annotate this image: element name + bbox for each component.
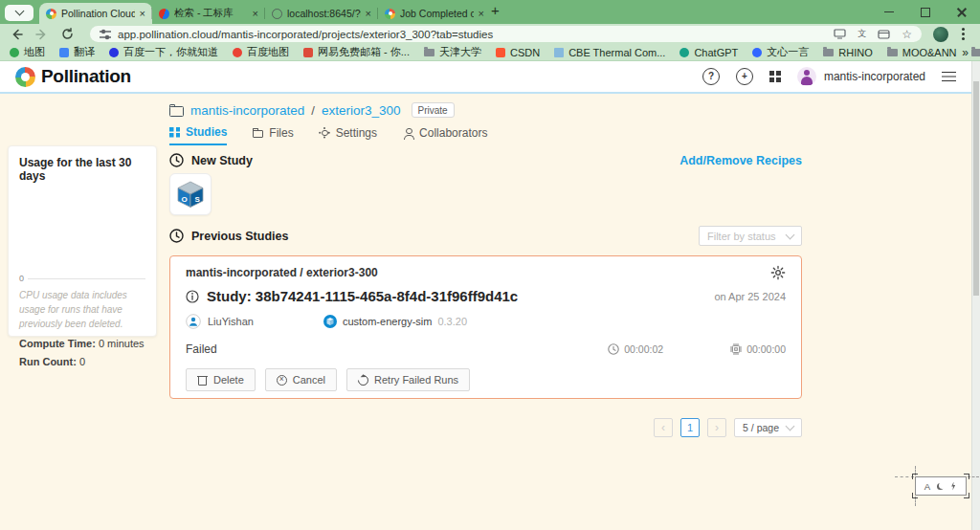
- study-action-button[interactable]: Cancel: [265, 368, 337, 391]
- crop-handle[interactable]: [964, 493, 969, 498]
- bookmark-item[interactable]: RHINO: [823, 47, 872, 58]
- apps-grid-icon[interactable]: [769, 71, 781, 82]
- app-header: Pollination ? + mantis-incorporated: [0, 61, 971, 94]
- create-button[interactable]: +: [736, 68, 753, 85]
- prev-page-button[interactable]: ‹: [654, 418, 673, 437]
- study-action-button[interactable]: Delete: [186, 368, 256, 391]
- address-bar[interactable]: app.pollination.cloud/mantis-incorporate…: [90, 26, 922, 42]
- study-action-button[interactable]: Retry Failed Runs: [346, 368, 470, 391]
- bookmark-label: 地图: [24, 45, 45, 59]
- pollination-logo[interactable]: Pollination: [15, 66, 131, 87]
- hamburger-menu-icon[interactable]: [942, 72, 956, 82]
- browser-tab[interactable]: Pollination Cloud App ×: [39, 3, 152, 24]
- bookmark-item[interactable]: 翻译: [59, 45, 95, 59]
- crop-handle[interactable]: [964, 474, 969, 479]
- filter-by-status-select[interactable]: Filter by status: [699, 226, 802, 246]
- next-page-button[interactable]: ›: [707, 418, 726, 437]
- project-tab-icon: [253, 130, 263, 138]
- bookmark-item[interactable]: 网易免费邮箱 - 你...: [303, 45, 410, 59]
- new-study-label: New Study: [191, 154, 253, 167]
- reload-button[interactable]: [61, 28, 74, 40]
- url-text[interactable]: app.pollination.cloud/mantis-incorporate…: [118, 29, 493, 40]
- gear-icon[interactable]: [770, 265, 786, 280]
- overlay-toolbar[interactable]: A: [915, 476, 967, 496]
- account-name[interactable]: mantis-incorporated: [824, 70, 925, 83]
- bookmark-item[interactable]: ChatGPT: [679, 47, 738, 58]
- tab-close-icon[interactable]: ×: [140, 9, 145, 19]
- window-controls: [871, 0, 980, 24]
- text-tool-button[interactable]: A: [924, 481, 930, 492]
- bookmark-item[interactable]: 文心一言: [752, 45, 809, 59]
- address-bar-actions: 文 ☆: [834, 29, 912, 40]
- tab-list-chevron-button[interactable]: [5, 5, 33, 21]
- bookmark-item[interactable]: 天津大学: [424, 45, 481, 59]
- chevron-down-icon: [14, 7, 24, 16]
- close-button[interactable]: [944, 0, 980, 24]
- cpu-chip-icon: [730, 343, 742, 355]
- translate-icon[interactable]: 文: [858, 30, 866, 38]
- study-card[interactable]: mantis-incorporated / exterior3-300 Stud…: [169, 255, 802, 399]
- bookmark-label: RHINO: [838, 47, 872, 58]
- browser-tab[interactable]: Job Completed on Pollinatio... ×: [378, 3, 491, 24]
- crop-handle[interactable]: [912, 493, 918, 498]
- bookmark-item[interactable]: CSDN: [496, 47, 540, 58]
- tab-close-icon[interactable]: ×: [253, 9, 258, 19]
- breadcrumb-project-link[interactable]: exterior3_300: [322, 103, 401, 118]
- browser-profile-avatar[interactable]: [933, 27, 948, 42]
- page-1-button[interactable]: 1: [680, 418, 700, 437]
- maximize-icon: [921, 8, 930, 17]
- compute-time-stat: Compute Time: 0 minutes: [19, 338, 145, 349]
- add-remove-recipes-link[interactable]: Add/Remove Recipes: [679, 154, 802, 167]
- bookmark-item[interactable]: 地图: [10, 45, 45, 59]
- tab-close-icon[interactable]: ×: [479, 9, 484, 19]
- usage-panel-title: Usage for the last 30 days: [19, 156, 145, 183]
- project-tab-label: Collaborators: [419, 126, 487, 140]
- browser-tab[interactable]: localhost:8645/?token=ey... ×: [265, 3, 378, 24]
- browser-menu-icon[interactable]: [962, 33, 965, 35]
- new-tab-button[interactable]: +: [491, 0, 500, 21]
- project-tab[interactable]: Settings: [320, 125, 377, 145]
- project-tab-label: Settings: [336, 126, 377, 140]
- bookmark-item[interactable]: CBE Thermal Com...: [554, 47, 665, 58]
- back-button[interactable]: [10, 28, 23, 41]
- tab-favicon-icon: [159, 9, 169, 19]
- study-owner-name[interactable]: LiuYishan: [208, 316, 254, 327]
- browser-tab[interactable]: 检索 - 工标库 ×: [152, 3, 265, 24]
- filter-placeholder: Filter by status: [707, 231, 776, 242]
- scrollbar-thumb[interactable]: [973, 81, 979, 296]
- pagination: ‹ 1 › 5 / page: [169, 418, 802, 437]
- recipe-name: custom-energy-sim: [343, 316, 433, 327]
- save-card-icon[interactable]: [878, 30, 890, 39]
- breadcrumb-owner-link[interactable]: mantis-incorporated: [190, 103, 304, 118]
- bookmark-item[interactable]: 百度地图: [233, 45, 289, 59]
- page-scrollbar[interactable]: [971, 61, 980, 530]
- bookmark-favicon-icon: [554, 48, 564, 57]
- duration-clock-icon: [608, 343, 619, 355]
- pollination-logo-text: Pollination: [41, 66, 131, 87]
- account-avatar[interactable]: [797, 67, 816, 86]
- bookmarks-overflow-button[interactable]: »: [962, 46, 969, 59]
- project-tab[interactable]: Collaborators: [403, 125, 487, 145]
- install-app-icon[interactable]: [834, 29, 846, 39]
- recipe-tile-openstudio[interactable]: O S: [169, 173, 212, 215]
- project-tab[interactable]: Files: [253, 125, 293, 145]
- lightning-icon[interactable]: [950, 482, 957, 491]
- forward-button[interactable]: [35, 28, 49, 41]
- bookmark-star-icon[interactable]: ☆: [902, 29, 912, 40]
- studies-section: New Study Add/Remove Recipes O S Previou…: [169, 145, 802, 437]
- minimize-button[interactable]: [871, 0, 907, 24]
- crop-handle[interactable]: [912, 474, 918, 479]
- page-size-select[interactable]: 5 / page: [734, 418, 802, 437]
- project-tab-icon: [169, 127, 180, 138]
- moon-icon[interactable]: [937, 483, 944, 490]
- tab-close-icon[interactable]: ×: [366, 9, 371, 19]
- study-title[interactable]: Study: 38b74241-1115-465a-8f4d-31f96ff9d…: [207, 288, 518, 304]
- help-button[interactable]: ?: [702, 68, 720, 85]
- maximize-button[interactable]: [907, 0, 944, 24]
- bookmark-item[interactable]: MOO&ANN: [887, 47, 957, 58]
- bookmark-item[interactable]: 健康: [971, 45, 980, 59]
- bookmark-item[interactable]: 百度一下，你就知道: [109, 45, 218, 59]
- tab-favicon-icon: [272, 9, 282, 19]
- recipe-info[interactable]: custom-energy-sim 0.3.20: [323, 315, 467, 328]
- project-tab[interactable]: Studies: [169, 125, 227, 145]
